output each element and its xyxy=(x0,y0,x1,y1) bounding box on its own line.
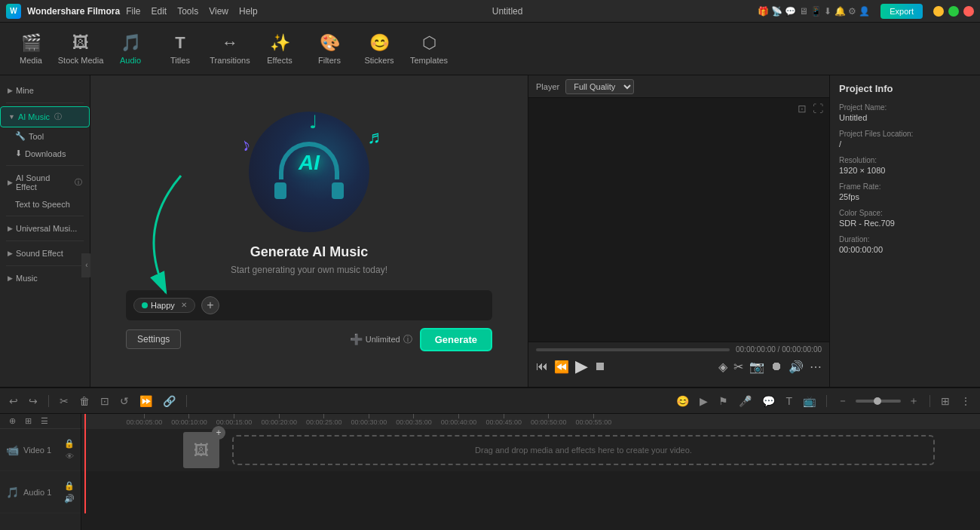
ai-sound-label: AI Sound Effect xyxy=(16,173,70,191)
close-button[interactable] xyxy=(963,6,974,17)
fullscreen-icon[interactable]: ⛶ xyxy=(813,103,823,115)
more-options-button[interactable]: ⋮ xyxy=(957,394,974,409)
add-media-button[interactable]: + xyxy=(212,426,225,440)
crop-button[interactable]: ⊡ xyxy=(97,394,112,409)
tl-sep-1 xyxy=(48,395,49,407)
menu-edit[interactable]: Edit xyxy=(151,6,167,17)
toolbar-filters[interactable]: 🎨 Filters xyxy=(306,26,353,72)
audio-lock-button[interactable]: 🔒 xyxy=(64,481,75,491)
tag-bar: Happy ✕ + xyxy=(126,290,492,320)
rotate-button[interactable]: ↺ xyxy=(117,394,132,409)
menu-file[interactable]: File xyxy=(126,6,140,17)
volume-button[interactable]: 🔊 xyxy=(789,360,804,374)
menu-help[interactable]: Help xyxy=(239,6,258,17)
sidebar-divider-1 xyxy=(6,103,84,103)
skip-back-button[interactable]: ⏮ xyxy=(536,360,548,373)
track-options-button[interactable]: ⊞ xyxy=(22,415,35,427)
templates-label: Templates xyxy=(410,56,448,65)
happy-tag-chip[interactable]: Happy ✕ xyxy=(133,298,195,313)
marker-button[interactable]: ◈ xyxy=(718,360,727,374)
video-track-icon: 📹 xyxy=(6,444,19,456)
minimize-button[interactable] xyxy=(933,6,944,17)
toolbar-effects[interactable]: ✨ Effects xyxy=(256,26,303,72)
drop-label: Drag and drop media and effects here to … xyxy=(475,446,692,455)
project-duration-row: Duration: 00:00:00:00 xyxy=(839,235,971,254)
toolbar-stock-media[interactable]: 🖼 Stock Media xyxy=(57,26,104,72)
grid-view-button[interactable]: ⊞ xyxy=(938,394,953,409)
audio-track-label: Audio 1 xyxy=(23,488,51,497)
stickers-icon: 😊 xyxy=(369,33,390,53)
timeline-tracks-header: ⊕ ⊞ ☰ 📹 Video 1 🔒 👁 🎵 Audio 1 🔒 🔊 xyxy=(0,414,81,530)
tts-label: Text to Speech xyxy=(15,200,70,209)
toolbar-media[interactable]: 🎬 Media xyxy=(8,26,54,72)
sidebar-item-universal-music[interactable]: ▶ Universal Musi... xyxy=(0,219,90,237)
unlimited-info-icon[interactable]: ⓘ xyxy=(403,333,412,346)
play-button[interactable]: ▶ xyxy=(575,357,588,376)
export-button[interactable]: Export xyxy=(880,4,923,19)
sidebar-item-ai-sound-effect[interactable]: ▶ AI Sound Effect ⓘ xyxy=(0,169,90,196)
zoom-slider[interactable] xyxy=(856,400,901,403)
snapshot-button[interactable]: 📷 xyxy=(749,360,764,374)
record-button[interactable]: ⏺ xyxy=(770,360,782,373)
delete-button[interactable]: 🗑 xyxy=(76,394,93,409)
menu-tools[interactable]: Tools xyxy=(177,6,198,17)
sidebar-item-sound-effect[interactable]: ▶ Sound Effect xyxy=(0,244,90,262)
split-timeline-button[interactable]: ✂ xyxy=(57,394,72,409)
sidebar-item-music[interactable]: ▶ Music xyxy=(0,269,90,287)
speed-button[interactable]: ⏩ xyxy=(136,394,155,409)
undo-button[interactable]: ↩ xyxy=(6,394,21,409)
sidebar-item-text-to-speech[interactable]: Text to Speech xyxy=(0,196,90,213)
media-icon: 🎬 xyxy=(21,33,41,53)
add-track-button[interactable]: ⊕ xyxy=(6,415,19,427)
toolbar-stickers[interactable]: 😊 Stickers xyxy=(356,26,403,72)
ruler-mark-5: 00:00:25:00 xyxy=(306,414,342,426)
title-bar-left: W Wondershare Filmora File Edit Tools Vi… xyxy=(6,4,258,19)
toolbar-titles[interactable]: T Titles xyxy=(157,26,204,72)
timeline-mic-button[interactable]: 🎤 xyxy=(736,394,755,409)
zoom-in-button[interactable]: ＋ xyxy=(905,393,922,409)
toolbar-templates[interactable]: ⬡ Templates xyxy=(406,26,452,72)
settings-button[interactable]: Settings xyxy=(126,329,181,349)
timeline-caption-button[interactable]: 💬 xyxy=(759,394,778,409)
timeline-flag-button[interactable]: ⚑ xyxy=(715,394,731,409)
sidebar-item-downloads[interactable]: ⬇ Downloads xyxy=(0,145,90,162)
content-panel: AI ♪ ♬ ♩ Generate AI Music Start generat… xyxy=(90,75,528,387)
sidebar-collapse-button[interactable]: ‹ xyxy=(81,253,90,277)
app-name: Wondershare Filmora xyxy=(27,6,120,17)
video-lock-button[interactable]: 🔒 xyxy=(64,439,75,449)
frame-back-button[interactable]: ⏪ xyxy=(554,360,569,374)
add-tag-button[interactable]: + xyxy=(201,296,219,314)
maximize-button[interactable] xyxy=(948,6,959,17)
audio-mute-button[interactable]: 🔊 xyxy=(64,494,75,504)
time-current: 00:00:00:00 xyxy=(736,345,776,354)
time-label: 00:00:00:00 / 00:00:00:00 xyxy=(736,345,822,354)
sidebar-item-mine[interactable]: ▶ Mine xyxy=(0,81,90,100)
menu-view[interactable]: View xyxy=(209,6,228,17)
redo-button[interactable]: ↪ xyxy=(26,394,41,409)
filters-label: Filters xyxy=(318,56,341,65)
split-button[interactable]: ✂ xyxy=(733,360,743,374)
tag-close-icon[interactable]: ✕ xyxy=(181,301,187,309)
toolbar-audio[interactable]: 🎵 Audio xyxy=(107,26,154,72)
quality-select[interactable]: Full Quality Half Quality xyxy=(565,79,634,94)
zoom-out-button[interactable]: － xyxy=(835,393,851,409)
timeline-content: ⊕ ⊞ ☰ 📹 Video 1 🔒 👁 🎵 Audio 1 🔒 🔊 xyxy=(0,414,980,530)
timeline-play-button[interactable]: ▶ xyxy=(697,394,711,409)
sidebar-item-tool[interactable]: 🔧 Tool xyxy=(0,127,90,145)
timeline-title-button[interactable]: T xyxy=(782,394,795,409)
ruler-mark-1: 00:00:05:00 xyxy=(127,414,163,426)
video-eye-button[interactable]: 👁 xyxy=(66,452,74,461)
more-button[interactable]: ⋯ xyxy=(810,360,822,374)
progress-track[interactable] xyxy=(536,348,730,351)
drop-zone[interactable]: Drag and drop media and effects here to … xyxy=(232,435,935,465)
generate-button[interactable]: Generate xyxy=(420,328,492,351)
zoom-handle[interactable] xyxy=(874,397,881,405)
timeline-screen-button[interactable]: 📺 xyxy=(800,394,819,409)
link-button[interactable]: 🔗 xyxy=(160,394,179,409)
stop-button[interactable]: ⏹ xyxy=(594,360,606,373)
timeline-emoji-button[interactable]: 😊 xyxy=(673,394,692,409)
toolbar-transitions[interactable]: ↔ Transitions xyxy=(207,26,253,72)
fit-icon[interactable]: ⊡ xyxy=(798,103,807,115)
sidebar-item-ai-music[interactable]: ▼ AI Music ⓘ xyxy=(0,106,90,127)
track-settings-button[interactable]: ☰ xyxy=(38,415,51,427)
